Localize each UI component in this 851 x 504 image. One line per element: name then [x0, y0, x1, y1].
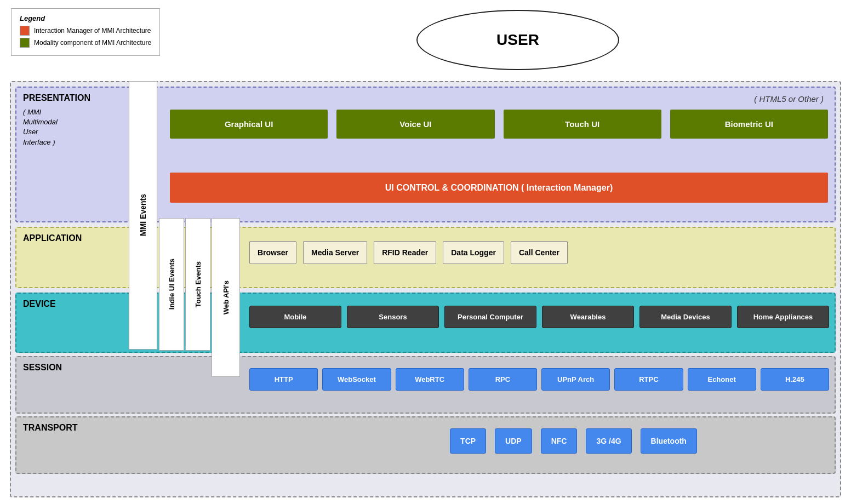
legend: Legend Interaction Manager of MMI Archit…	[11, 8, 160, 56]
html5-label: ( HTML5 or Other )	[754, 94, 824, 104]
legend-label-green: Modality component of MMI Architecture	[34, 39, 151, 47]
ui-box-biometric: Biometric UI	[670, 110, 828, 139]
legend-icon-green	[20, 38, 30, 48]
transport-box-bluetooth: Bluetooth	[641, 428, 697, 454]
touch-events-label: Touch Events	[194, 261, 202, 307]
presentation-sublabel: ( MMI Multimodal User Interface )	[23, 107, 58, 147]
session-box-websocket: WebSocket	[322, 368, 391, 391]
session-boxes-container: HTTP WebSocket WebRTC RPC UPnP Arch RTPC…	[249, 368, 829, 391]
legend-item-red: Interaction Manager of MMI Architecture	[20, 26, 151, 36]
session-box-webrtc: WebRTC	[396, 368, 464, 391]
ui-box-graphical: Graphical UI	[170, 110, 328, 139]
indie-events-bar: Indie UI Events	[159, 218, 184, 351]
app-box-rfid: RFID Reader	[374, 241, 436, 264]
device-label: DEVICE	[23, 299, 56, 309]
session-box-h245: H.245	[761, 368, 829, 391]
device-box-mobile: Mobile	[249, 306, 341, 328]
transport-box-udp: UDP	[495, 428, 532, 454]
app-box-media-server: Media Server	[303, 241, 367, 264]
session-box-echonet: Echonet	[688, 368, 756, 391]
legend-icon-red	[20, 26, 30, 36]
touch-events-bar: Touch Events	[185, 218, 210, 351]
session-box-rpc: RPC	[469, 368, 537, 391]
presentation-label: PRESENTATION	[23, 93, 90, 103]
mmi-events-label: MMI Events	[139, 194, 147, 236]
legend-title: Legend	[20, 14, 151, 22]
mmi-events-bar: MMI Events	[129, 81, 157, 350]
app-box-browser: Browser	[249, 241, 296, 264]
transport-box-nfc: NFC	[541, 428, 578, 454]
main-diagram: PRESENTATION ( MMI Multimodal User Inter…	[10, 81, 841, 497]
device-box-sensors: Sensors	[347, 306, 439, 328]
transport-boxes-container: TCP UDP NFC 3G /4G Bluetooth	[318, 428, 829, 454]
coord-bar: UI CONTROL & COORDINATION ( Interaction …	[170, 173, 828, 203]
legend-label-red: Interaction Manager of MMI Architecture	[34, 27, 151, 35]
user-label: USER	[496, 31, 539, 49]
session-box-upnp: UPnP Arch	[541, 368, 610, 391]
device-box-home-appliances: Home Appliances	[737, 306, 829, 328]
session-box-rtpc: RTPC	[614, 368, 683, 391]
ui-box-voice: Voice UI	[336, 110, 494, 139]
transport-box-3g4g: 3G /4G	[586, 428, 631, 454]
application-label: APPLICATION	[23, 233, 82, 243]
user-ellipse: USER	[416, 10, 619, 70]
transport-label: TRANSPORT	[23, 423, 78, 433]
device-box-pc: Personal Computer	[444, 306, 536, 328]
app-box-call-center: Call Center	[511, 241, 568, 264]
session-box-http: HTTP	[249, 368, 318, 391]
ui-box-touch: Touch UI	[504, 110, 661, 139]
indie-events-label: Indie UI Events	[168, 259, 176, 310]
app-box-data-logger: Data Logger	[443, 241, 504, 264]
app-boxes-container: Browser Media Server RFID Reader Data Lo…	[249, 241, 829, 264]
legend-item-green: Modality component of MMI Architecture	[20, 38, 151, 48]
webapi-bar: Web API's	[212, 218, 240, 377]
device-box-wearables: Wearables	[542, 306, 634, 328]
device-boxes-container: Mobile Sensors Personal Computer Wearabl…	[249, 306, 829, 328]
ui-boxes-container: Graphical UI Voice UI Touch UI Biometric…	[170, 110, 828, 139]
device-box-media-devices: Media Devices	[639, 306, 732, 328]
session-label: SESSION	[23, 363, 62, 373]
webapi-label: Web API's	[222, 280, 230, 314]
transport-box-tcp: TCP	[450, 428, 486, 454]
